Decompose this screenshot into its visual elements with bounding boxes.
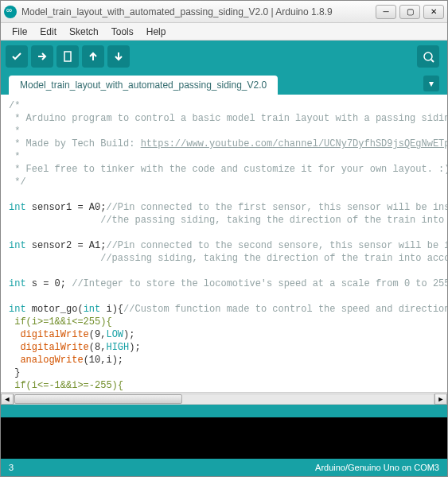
code-link[interactable]: https://www.youtube.com/channel/UCNy7Dyf… — [141, 138, 447, 149]
titlebar: Model_train_layout_with_automated_passin… — [1, 1, 447, 23]
code-keyword: int — [9, 278, 26, 289]
menu-help[interactable]: Help — [140, 25, 173, 39]
code-line: s = 0; — [26, 278, 72, 289]
menu-sketch[interactable]: Sketch — [63, 25, 105, 39]
code-line: motor_go( — [26, 304, 84, 315]
scroll-thumb[interactable] — [14, 394, 182, 404]
code-line: * — [9, 126, 26, 137]
code-keyword: int — [9, 202, 26, 213]
new-button[interactable] — [56, 45, 79, 68]
code-func: digitalWrite — [20, 342, 88, 353]
menu-edit[interactable]: Edit — [33, 25, 63, 39]
code-line: ); — [129, 342, 140, 353]
code-line: (9, — [89, 329, 107, 340]
file-icon — [61, 50, 74, 63]
serial-icon — [422, 50, 434, 63]
code-line: (10,i); — [84, 355, 123, 366]
code-keyword: int — [84, 304, 101, 315]
serial-monitor-button[interactable] — [417, 45, 439, 68]
code-comment: //Integer to store the locomotive's spee… — [72, 278, 447, 289]
verify-button[interactable] — [6, 45, 28, 68]
code-line — [9, 329, 20, 340]
maximize-button[interactable]: ▢ — [399, 5, 420, 19]
scroll-right-button[interactable]: ► — [434, 394, 447, 405]
upload-button[interactable] — [31, 45, 53, 68]
code-line: * Feel free to tinker with the code and … — [9, 164, 447, 175]
tabbar: Model_train_layout_with_automated_passin… — [1, 72, 447, 95]
code-comment: //the passing siding, taking the directi… — [9, 215, 447, 226]
arduino-icon — [4, 6, 17, 18]
code-const: HIGH — [106, 342, 129, 353]
status-line-number: 3 — [9, 463, 14, 472]
message-bar — [1, 405, 447, 417]
horizontal-scrollbar[interactable]: ◄ ► — [1, 392, 447, 405]
code-editor[interactable]: /* * Arduino program to control a basic … — [1, 95, 447, 392]
menu-file[interactable]: File — [6, 25, 33, 39]
tab-menu-button[interactable]: ▾ — [423, 76, 439, 91]
code-keyword: int — [9, 304, 26, 315]
window-title: Model_train_layout_with_automated_passin… — [21, 6, 376, 17]
code-line: * Made by Tech Build: — [9, 138, 141, 149]
scroll-left-button[interactable]: ◄ — [1, 394, 14, 405]
code-line: if(i>=1&&i<=255){ — [9, 316, 112, 328]
arrow-right-icon — [36, 50, 49, 63]
code-comment: //Pin connected to the second sensore, t… — [106, 240, 447, 251]
code-keyword: int — [9, 240, 26, 251]
code-line: } — [9, 367, 20, 378]
minimize-button[interactable]: ─ — [376, 5, 396, 19]
sketch-tab[interactable]: Model_train_layout_with_automated_passin… — [9, 76, 278, 95]
code-line: i){ — [100, 304, 123, 315]
svg-line-2 — [431, 60, 434, 62]
menubar: File Edit Sketch Tools Help — [1, 23, 447, 41]
code-line: if(i<=-1&&i>=-255){ — [9, 380, 123, 391]
arrow-down-icon — [112, 50, 125, 63]
statusbar: 3 Arduino/Genuino Uno on COM3 — [1, 459, 447, 476]
code-const: LOW — [106, 329, 123, 340]
open-button[interactable] — [82, 45, 104, 68]
code-comment: //Custom function made to control the sp… — [123, 304, 447, 315]
svg-rect-0 — [64, 52, 71, 61]
menu-tools[interactable]: Tools — [105, 25, 140, 39]
console-output[interactable] — [1, 417, 447, 459]
close-button[interactable]: ✕ — [423, 5, 444, 19]
check-icon — [10, 50, 23, 63]
code-line — [9, 342, 20, 353]
code-line: (8, — [89, 342, 107, 353]
toolbar — [1, 41, 447, 72]
code-func: digitalWrite — [20, 329, 88, 340]
code-line: * Arduino program to control a basic mod… — [9, 113, 447, 124]
code-comment: //Pin connected to the first sensor, thi… — [106, 202, 447, 213]
code-line: ); — [123, 329, 134, 340]
scroll-track[interactable] — [14, 394, 434, 405]
arrow-up-icon — [87, 50, 99, 63]
code-line: sensor2 = A1; — [26, 240, 107, 251]
code-line: * — [9, 151, 26, 162]
code-line: */ — [9, 176, 26, 188]
code-func: analogWrite — [20, 355, 83, 366]
svg-point-1 — [424, 52, 432, 60]
code-line: sensor1 = A0; — [26, 202, 107, 213]
code-line — [9, 355, 20, 366]
save-button[interactable] — [107, 45, 130, 68]
status-board: Arduino/Genuino Uno on COM3 — [315, 463, 439, 472]
code-comment: //passing siding, taking the direction o… — [9, 253, 447, 264]
code-line: /* — [9, 100, 20, 111]
